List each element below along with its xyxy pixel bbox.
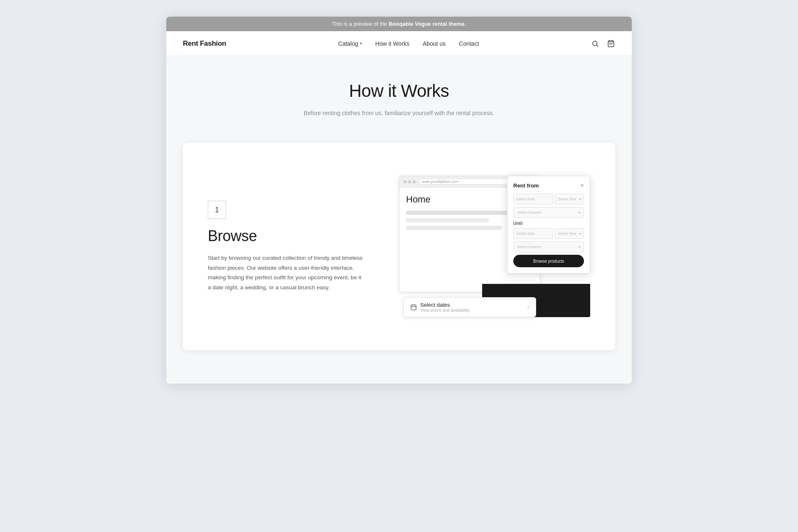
navigation: Rent Fashion Catalog ▾ How it Works Abou…: [166, 31, 632, 56]
rent-from-location-select[interactable]: Select location ▾: [513, 207, 584, 218]
hero-subtitle: Before renting clothes from us, familiar…: [183, 108, 615, 118]
cart-icon[interactable]: [607, 39, 615, 48]
step-left: 1 Browse Start by browsing our curated c…: [208, 201, 366, 293]
chevron-down-icon: ▾: [360, 41, 362, 46]
nav-links: Catalog ▾ How it Works About us Contact: [338, 40, 479, 47]
browser-dots: [404, 180, 416, 183]
step-description: Start by browsing our curated collection…: [208, 253, 366, 293]
mock-line-2: [406, 218, 489, 222]
chevron-down-icon: ▾: [579, 232, 581, 236]
card-section: 1 Browse Start by browsing our curated c…: [183, 143, 615, 350]
until-date-input[interactable]: Select date: [513, 228, 553, 239]
browser-window: This is a preview of the Booqable Vogue …: [166, 17, 632, 384]
rent-from-popup: Rent from × Select date Select time ▾: [507, 176, 590, 273]
step-number: 1: [215, 206, 219, 214]
until-time-select[interactable]: Select time ▾: [555, 228, 584, 239]
chevron-down-icon: ▾: [579, 211, 580, 214]
rent-popup-close-icon[interactable]: ×: [581, 182, 584, 189]
nav-link-about-us[interactable]: About us: [423, 40, 446, 47]
select-dates-left: Select dates View prices and availabilit…: [410, 302, 470, 313]
nav-link-how-it-works[interactable]: How it Works: [375, 40, 409, 47]
select-dates-label: Select dates: [420, 302, 470, 308]
nav-icons: [591, 39, 615, 48]
nav-link-contact[interactable]: Contact: [459, 40, 479, 47]
svg-point-0: [593, 41, 597, 46]
step-title: Browse: [208, 227, 366, 245]
page-title: How it Works: [183, 81, 615, 101]
preview-banner: This is a preview of the Booqable Vogue …: [166, 17, 632, 31]
rent-from-time-select[interactable]: Select time ▾: [555, 194, 584, 204]
select-dates-text-group: Select dates View prices and availabilit…: [420, 302, 470, 313]
browser-dot-3: [413, 180, 416, 183]
preview-brand-name: Booqable Vogue rental theme.: [389, 21, 466, 27]
until-location-select[interactable]: Select location ▾: [513, 241, 584, 252]
step-number-box: 1: [208, 201, 226, 219]
search-icon[interactable]: [591, 39, 599, 48]
rent-from-date-input[interactable]: Select date: [513, 194, 553, 204]
svg-rect-3: [411, 305, 416, 310]
mock-line-3: [406, 226, 502, 230]
until-date-row: Select date Select time ▾: [513, 228, 584, 239]
preview-text-before: This is a preview of the: [332, 21, 389, 27]
browser-dot-2: [408, 180, 411, 183]
chevron-down-icon: ▾: [579, 197, 581, 201]
until-section-title: Until: [513, 221, 584, 226]
rent-from-date-row: Select date Select time ▾: [513, 194, 584, 204]
calendar-icon: [410, 304, 417, 310]
nav-logo: Rent Fashion: [183, 39, 226, 48]
browse-products-button[interactable]: Browse products: [513, 255, 584, 267]
select-dates-sublabel: View prices and availability: [420, 308, 470, 313]
mockup-area: www.yourfashion.com Home: [399, 176, 590, 317]
rent-popup-title: Rent from: [513, 182, 539, 189]
mock-line-1: [406, 211, 514, 215]
chevron-down-icon: ▾: [579, 245, 580, 249]
svg-line-1: [597, 45, 598, 47]
select-dates-bar[interactable]: Select dates View prices and availabilit…: [403, 297, 536, 317]
nav-link-catalog[interactable]: Catalog ▾: [338, 40, 362, 47]
rent-popup-header: Rent from ×: [513, 182, 584, 189]
browser-dot-1: [404, 180, 406, 183]
hero-section: How it Works Before renting clothes from…: [183, 81, 615, 118]
main-content: How it Works Before renting clothes from…: [166, 56, 632, 384]
select-dates-chevron-icon: ›: [527, 304, 529, 310]
